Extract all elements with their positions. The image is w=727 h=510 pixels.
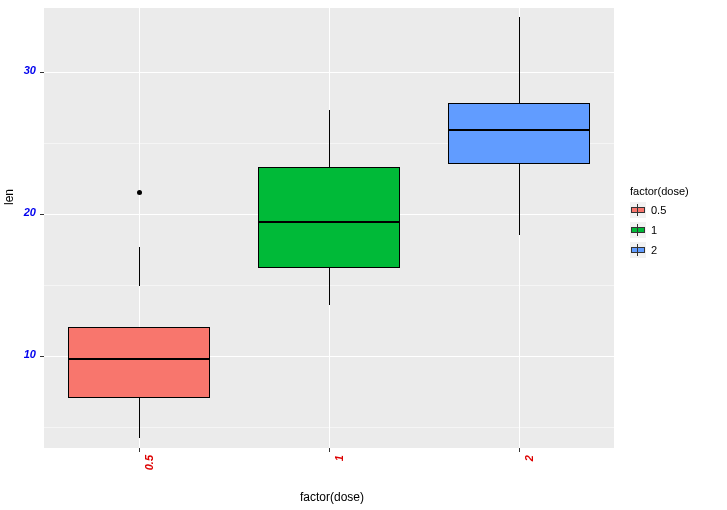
legend-key-icon bbox=[630, 202, 646, 218]
y-axis-title: len bbox=[2, 189, 16, 205]
legend-key-icon bbox=[630, 222, 646, 238]
y-tick bbox=[40, 214, 44, 215]
y-tick-label: 30 bbox=[10, 64, 36, 76]
plot-panel bbox=[44, 8, 614, 448]
x-tick bbox=[519, 448, 520, 452]
legend-label: 2 bbox=[651, 244, 657, 256]
y-tick-label: 10 bbox=[10, 348, 36, 360]
legend-item: 0.5 bbox=[630, 201, 689, 219]
box-0.5 bbox=[68, 327, 210, 398]
whisker bbox=[329, 110, 330, 167]
x-tick-label: 2 bbox=[523, 455, 535, 485]
whisker bbox=[519, 164, 520, 235]
whisker bbox=[519, 17, 520, 104]
legend-key-icon bbox=[630, 242, 646, 258]
whisker bbox=[139, 398, 140, 438]
median-2 bbox=[448, 129, 590, 131]
y-tick bbox=[40, 356, 44, 357]
box-1 bbox=[258, 167, 400, 268]
x-tick bbox=[329, 448, 330, 452]
x-axis-title: factor(dose) bbox=[300, 490, 364, 504]
outlier bbox=[137, 190, 142, 195]
legend: factor(dose) 0.5 1 2 bbox=[630, 185, 689, 261]
box-2 bbox=[448, 103, 590, 164]
x-tick bbox=[139, 448, 140, 452]
whisker bbox=[139, 247, 140, 287]
legend-label: 0.5 bbox=[651, 204, 666, 216]
whisker bbox=[329, 268, 330, 305]
boxplot-figure: 10 20 30 0.5 1 2 len factor(dose) factor… bbox=[0, 0, 727, 510]
x-tick-label: 1 bbox=[333, 455, 345, 485]
y-tick bbox=[40, 72, 44, 73]
legend-title: factor(dose) bbox=[630, 185, 689, 197]
median-0.5 bbox=[68, 358, 210, 360]
legend-item: 2 bbox=[630, 241, 689, 259]
x-tick-label: 0.5 bbox=[143, 455, 155, 485]
median-1 bbox=[258, 221, 400, 223]
y-tick-label: 20 bbox=[10, 206, 36, 218]
legend-item: 1 bbox=[630, 221, 689, 239]
legend-label: 1 bbox=[651, 224, 657, 236]
